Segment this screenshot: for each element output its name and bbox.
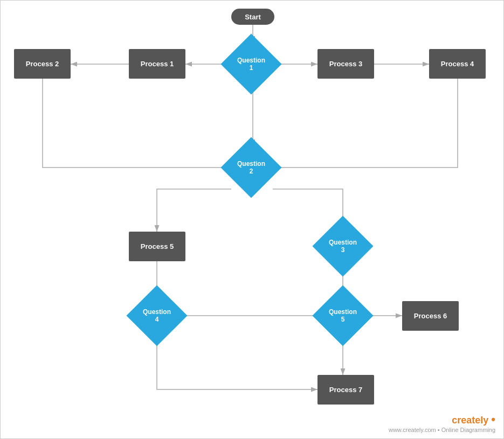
process2-node: Process 2 [14, 49, 71, 79]
process1-node: Process 1 [129, 49, 185, 79]
question5-node: Question5 [321, 294, 364, 337]
watermark: creately • www.creately.com • Online Dia… [389, 413, 495, 433]
question1-node: Question1 [230, 43, 273, 86]
start-node: Start [231, 9, 274, 25]
tagline: www.creately.com • Online Diagramming [389, 427, 495, 433]
brand-rest: ly [480, 415, 488, 426]
question3-node: Question3 [321, 225, 364, 268]
process6-node: Process 6 [402, 301, 459, 331]
question4-node: Question4 [135, 294, 178, 337]
process5-node: Process 5 [129, 232, 185, 261]
brand-accent: e [475, 415, 480, 426]
flowchart-canvas: Start Question1 Process 1 Process 2 Proc… [0, 0, 504, 439]
process4-node: Process 4 [429, 49, 486, 79]
brand-dot: • [491, 413, 495, 426]
brand-text: creat [452, 415, 475, 426]
question2-node: Question2 [230, 146, 273, 189]
process7-node: Process 7 [317, 375, 374, 405]
process3-node: Process 3 [317, 49, 374, 79]
